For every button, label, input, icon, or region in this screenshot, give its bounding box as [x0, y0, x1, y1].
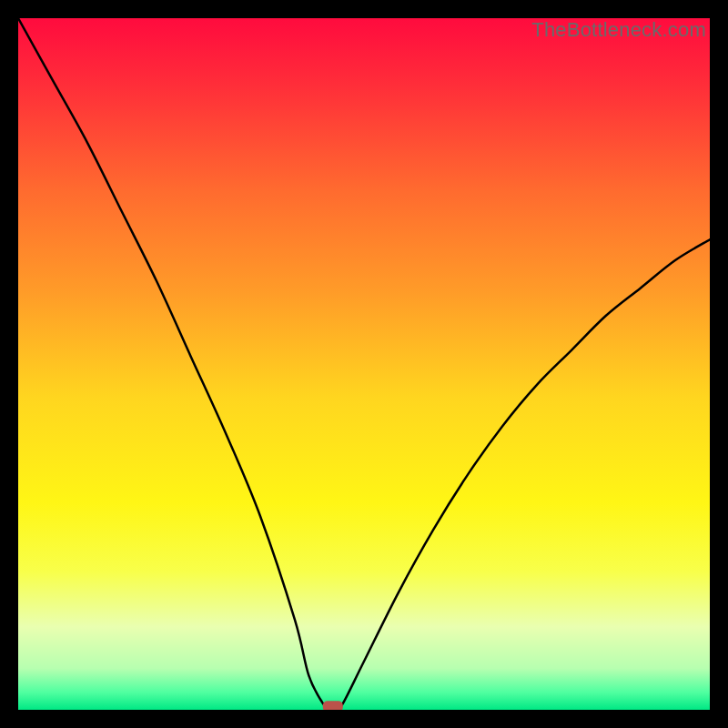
- watermark-text: TheBottleneck.com: [531, 18, 706, 42]
- chart-frame: TheBottleneck.com: [18, 18, 710, 710]
- optimal-point-marker: [323, 701, 343, 710]
- bottleneck-chart: [18, 18, 710, 710]
- gradient-background: [18, 18, 710, 710]
